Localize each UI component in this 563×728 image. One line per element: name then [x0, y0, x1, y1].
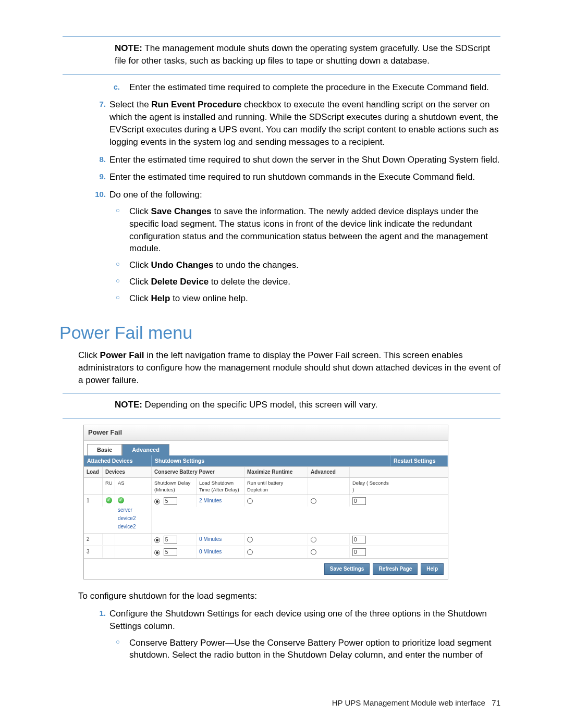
note-box-1: NOTE: The management module shuts down t… [63, 36, 500, 75]
list-item: c.Enter the estimated time required to c… [91, 81, 500, 94]
table-row: 1 serverdevice2device2 52 Minutes0 [84, 495, 448, 534]
shutdown-delay-radio[interactable] [154, 537, 160, 543]
list-item-9: 9. Enter the estimated time required to … [91, 171, 500, 183]
tab-advanced[interactable]: Advanced [122, 444, 169, 455]
restart-delay-input[interactable]: 0 [352, 536, 366, 544]
status-ok-icon [118, 497, 124, 503]
col-conserve: Conserve Battery Power [152, 467, 244, 477]
shutdown-delay-radio[interactable] [154, 550, 160, 556]
col-load: Load [84, 467, 103, 477]
list-item-7: 7. Select the Run Event Procedure checkb… [91, 98, 500, 148]
runtime-radio[interactable] [247, 549, 253, 555]
tab-basic[interactable]: Basic [87, 444, 122, 455]
col-run: Run until battery Depletion [244, 478, 308, 495]
col-as: AS [115, 478, 152, 495]
col-ru: RU [103, 478, 115, 495]
col-devices: Devices [103, 467, 152, 477]
col-max: Maximize Runtime [244, 467, 308, 477]
note-box-2: NOTE: Depending on the specific UPS mode… [63, 393, 500, 419]
sub-item: Click Delete Device to delete the device… [114, 276, 500, 288]
power-fail-screenshot: Power Fail Basic Advanced Attached Devic… [83, 425, 448, 579]
window-title: Power Fail [84, 425, 448, 440]
sub-item: Click Help to view online help. [114, 292, 500, 305]
sub-item-c: c.Enter the estimated time required to c… [114, 81, 500, 94]
col-adv: Advanced [308, 467, 350, 477]
config-list: 1. Configure the Shutdown Settings for e… [91, 608, 500, 661]
table-row: 3 50 Minutes0 [84, 546, 448, 559]
page-footer: HP UPS Management Module web interface 7… [332, 697, 500, 708]
shutdown-delay-input[interactable]: 5 [164, 497, 177, 505]
tab-bar: Basic Advanced [84, 441, 448, 455]
config-intro: To configure shutdown for the load segme… [78, 590, 500, 602]
advanced-radio[interactable] [311, 498, 316, 504]
list-item-10: 10. Do one of the following: Click Save … [91, 189, 500, 304]
procedure-list: c.Enter the estimated time required to c… [91, 81, 500, 305]
col-lst: Load Shutdown Time (After Delay) [197, 478, 244, 495]
note-text: The management module shuts down the ope… [115, 43, 490, 66]
shutdown-delay-input[interactable]: 5 [164, 536, 177, 544]
shutdown-delay-radio[interactable] [154, 499, 160, 504]
sub-item: Click Undo Changes to undo the changes. [114, 259, 500, 272]
section-heading: Power Fail menu [59, 320, 500, 346]
note-label: NOTE: [115, 43, 142, 53]
refresh-page-button[interactable]: Refresh Page [373, 563, 418, 575]
intro-paragraph: Click Power Fail in the left navigation … [78, 349, 500, 386]
save-settings-button[interactable]: Save Settings [324, 563, 370, 575]
col-delay: Delay ( Seconds ) [350, 478, 393, 495]
sub-item: Click Save Changes to save the informati… [114, 205, 500, 255]
help-button[interactable]: Help [421, 563, 444, 575]
runtime-radio[interactable] [247, 537, 253, 542]
runtime-radio[interactable] [247, 498, 253, 504]
section-attached: Attached Devices [84, 455, 152, 466]
status-ok-icon [106, 497, 112, 503]
shutdown-delay-input[interactable]: 5 [164, 548, 177, 556]
section-restart: Restart Settings [390, 455, 448, 466]
sub-marker: c. [114, 82, 120, 93]
col-sd: Shutdown Delay (Minutes) [152, 478, 197, 495]
config-sub: Conserve Battery Power—Use the Conserve … [114, 637, 500, 662]
table-row: 2 50 Minutes0 [84, 534, 448, 546]
note-text: Depending on the specific UPS model, thi… [142, 400, 377, 410]
list-item-8: 8. Enter the estimated time required to … [91, 154, 500, 166]
advanced-radio[interactable] [311, 549, 316, 555]
advanced-radio[interactable] [311, 537, 316, 542]
restart-delay-input[interactable]: 0 [352, 548, 366, 556]
restart-delay-input[interactable]: 0 [352, 497, 366, 505]
section-shutdown: Shutdown Settings [152, 455, 390, 466]
config-item-1: 1. Configure the Shutdown Settings for e… [91, 608, 500, 661]
note-label: NOTE: [115, 400, 142, 410]
